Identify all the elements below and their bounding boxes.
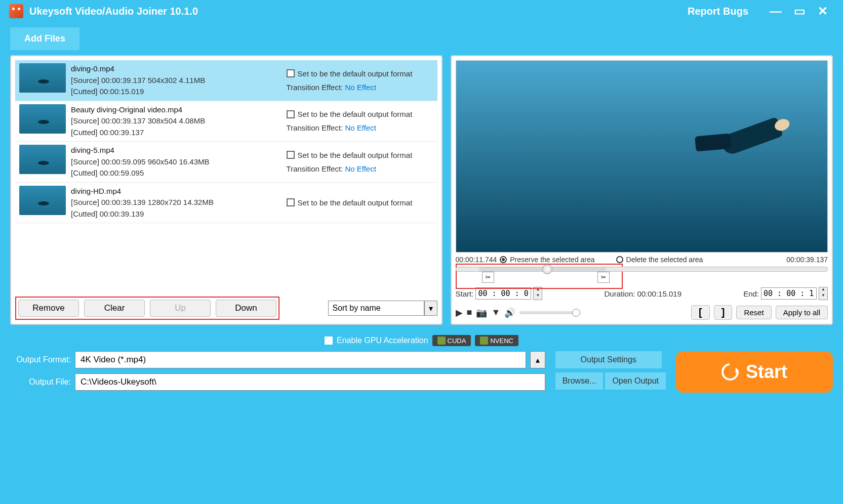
trim-start-handle[interactable]: ✂ <box>482 272 494 283</box>
file-cutted-info: [Cutted] 00:00:39.139 <box>71 208 214 220</box>
default-format-label: Set to be the default output format <box>298 198 413 207</box>
transition-label: Transition Effect: <box>287 83 343 92</box>
reset-button[interactable]: Reset <box>736 306 771 319</box>
file-cutted-info: [Cutted] 00:00:15.019 <box>71 86 205 98</box>
file-item[interactable]: diving-0.mp4 [Source] 00:00:39.137 504x3… <box>15 60 437 101</box>
close-button[interactable]: ✕ <box>818 4 828 18</box>
output-format-label: Output Format: <box>10 355 71 364</box>
default-format-checkbox[interactable] <box>287 198 295 206</box>
file-name: diving-5.mp4 <box>71 145 210 156</box>
mark-in-button[interactable]: [ <box>691 305 710 320</box>
video-preview[interactable] <box>456 60 828 253</box>
current-time: 00:00:11.744 <box>456 256 497 264</box>
end-stepper[interactable]: ▲▼ <box>819 287 828 300</box>
output-settings-button[interactable]: Output Settings <box>555 351 662 368</box>
report-bugs-link[interactable]: Report Bugs <box>688 6 748 17</box>
transition-effect-link[interactable]: No Effect <box>345 123 376 132</box>
transition-effect-link[interactable]: No Effect <box>345 83 376 92</box>
transition-label: Transition Effect: <box>287 123 343 132</box>
default-format-checkbox[interactable] <box>287 110 295 118</box>
delete-label: Delete the selected area <box>626 256 703 264</box>
start-button[interactable]: Start <box>676 351 833 393</box>
stop-icon[interactable]: ■ <box>467 307 472 318</box>
nvenc-badge: NVENC <box>475 335 518 346</box>
end-label: End: <box>743 289 759 298</box>
cuda-badge: CUDA <box>432 335 471 346</box>
maximize-button[interactable]: ▭ <box>794 4 806 18</box>
seek-thumb[interactable] <box>542 264 552 274</box>
file-source-info: [Source] 00:00:39.137 504x302 4.11MB <box>71 75 205 87</box>
file-source-info: [Source] 00:00:39.139 1280x720 14.32MB <box>71 197 214 208</box>
preserve-radio[interactable] <box>500 256 507 263</box>
sort-dropdown-button[interactable]: ▾ <box>424 301 437 316</box>
minimize-button[interactable]: — <box>770 4 782 18</box>
file-cutted-info: [Cutted] 00:00:59.095 <box>71 167 210 179</box>
start-time-input[interactable] <box>475 287 531 300</box>
start-label: Start: <box>456 289 474 298</box>
file-item[interactable]: Beauty diving-Original video.mp4 [Source… <box>15 101 437 142</box>
default-format-checkbox[interactable] <box>287 69 295 77</box>
start-stepper[interactable]: ▲▼ <box>533 287 542 300</box>
file-name: diving-HD.mp4 <box>71 186 214 197</box>
output-format-input[interactable] <box>75 351 526 368</box>
file-thumbnail <box>19 145 66 174</box>
seek-track[interactable] <box>456 267 828 272</box>
output-file-label: Output File: <box>10 377 71 387</box>
preview-panel: 00:00:11.744 Preserve the selected area … <box>451 55 833 325</box>
file-source-info: [Source] 00:00:59.095 960x540 16.43MB <box>71 156 210 168</box>
gpu-label: Enable GPU Acceleration <box>337 336 428 345</box>
file-thumbnail <box>19 63 66 93</box>
end-time-input[interactable] <box>761 287 817 300</box>
file-thumbnail <box>19 186 66 215</box>
up-button[interactable]: Up <box>150 300 211 317</box>
add-files-button[interactable]: Add Files <box>10 27 79 50</box>
delete-radio[interactable] <box>616 256 623 263</box>
app-title: Ukeysoft Video/Audio Joiner 10.1.0 <box>29 6 198 17</box>
transition-effect-link[interactable]: No Effect <box>345 164 376 173</box>
snapshot-icon[interactable]: 📷 <box>476 307 487 318</box>
output-file-input[interactable] <box>75 373 545 391</box>
file-cutted-info: [Cutted] 00:00:39.137 <box>71 127 205 139</box>
play-icon[interactable]: ▶ <box>456 307 463 318</box>
volume-icon[interactable]: 🔊 <box>504 307 515 318</box>
default-format-label: Set to be the default output format <box>298 110 413 118</box>
file-name: Beauty diving-Original video.mp4 <box>71 104 205 116</box>
mark-out-button[interactable]: ] <box>714 305 733 320</box>
remove-button[interactable]: Remove <box>18 300 79 317</box>
transition-label: Transition Effect: <box>287 164 343 173</box>
output-format-dropdown[interactable]: ▴ <box>530 351 545 368</box>
total-time: 00:00:39.137 <box>786 256 828 264</box>
browse-button[interactable]: Browse... <box>555 372 604 390</box>
sort-select[interactable] <box>328 301 424 316</box>
default-format-checkbox[interactable] <box>287 151 295 159</box>
start-icon <box>718 360 742 384</box>
default-format-label: Set to be the default output format <box>298 69 413 78</box>
open-output-button[interactable]: Open Output <box>605 372 666 390</box>
snapshot-menu-icon[interactable]: ▼ <box>491 307 500 318</box>
default-format-label: Set to be the default output format <box>298 151 413 159</box>
volume-slider[interactable] <box>519 311 580 314</box>
gpu-checkbox[interactable] <box>325 337 333 345</box>
file-thumbnail <box>19 104 66 134</box>
app-logo <box>9 4 23 18</box>
file-name: diving-0.mp4 <box>71 63 205 75</box>
clear-button[interactable]: Clear <box>84 300 145 317</box>
file-item[interactable]: diving-5.mp4 [Source] 00:00:59.095 960x5… <box>15 142 437 183</box>
duration-label: Duration: <box>605 289 635 298</box>
trim-end-handle[interactable]: ✂ <box>597 272 610 283</box>
down-button[interactable]: Down <box>216 300 276 317</box>
duration-value: 00:00:15.019 <box>637 289 681 298</box>
list-action-highlight: Remove Clear Up Down <box>15 297 279 320</box>
file-list-panel: diving-0.mp4 [Source] 00:00:39.137 504x3… <box>10 55 443 325</box>
preserve-label: Preserve the selected area <box>510 256 594 264</box>
file-source-info: [Source] 00:00:39.137 308x504 4.08MB <box>71 115 205 127</box>
apply-all-button[interactable]: Apply to all <box>776 306 828 319</box>
file-item[interactable]: diving-HD.mp4 [Source] 00:00:39.139 1280… <box>15 183 437 224</box>
